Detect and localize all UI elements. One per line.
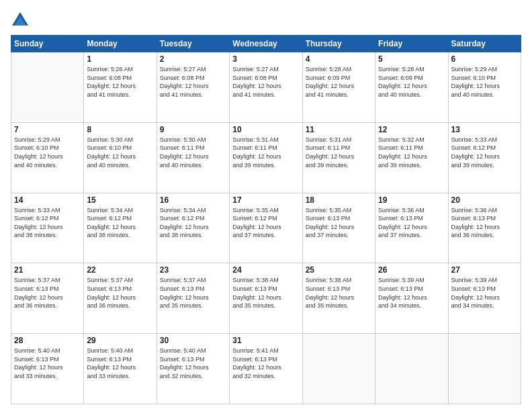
calendar-cell-1-3: 2Sunrise: 5:27 AM Sunset: 6:08 PM Daylig… — [157, 52, 229, 123]
calendar-cell-2-5: 11Sunrise: 5:31 AM Sunset: 6:11 PM Dayli… — [302, 122, 375, 193]
calendar-week-row-3: 14Sunrise: 5:33 AM Sunset: 6:12 PM Dayli… — [11, 193, 521, 263]
calendar-week-row-1: 1Sunrise: 5:26 AM Sunset: 6:08 PM Daylig… — [11, 52, 521, 123]
calendar-cell-2-1: 7Sunrise: 5:29 AM Sunset: 6:10 PM Daylig… — [11, 122, 84, 193]
day-info: Sunrise: 5:37 AM Sunset: 6:13 PM Dayligh… — [160, 276, 226, 310]
day-number: 13 — [451, 125, 518, 134]
day-info: Sunrise: 5:35 AM Sunset: 6:12 PM Dayligh… — [232, 206, 299, 240]
calendar-cell-3-6: 19Sunrise: 5:36 AM Sunset: 6:13 PM Dayli… — [375, 193, 448, 263]
day-number: 26 — [378, 265, 445, 275]
calendar-cell-5-5 — [302, 334, 375, 404]
calendar-cell-4-7: 27Sunrise: 5:39 AM Sunset: 6:13 PM Dayli… — [448, 263, 521, 334]
calendar-cell-4-6: 26Sunrise: 5:39 AM Sunset: 6:13 PM Dayli… — [375, 263, 448, 334]
logo — [11, 11, 32, 30]
day-info: Sunrise: 5:31 AM Sunset: 6:11 PM Dayligh… — [232, 136, 299, 169]
day-number: 6 — [451, 54, 518, 64]
day-number: 12 — [378, 125, 445, 134]
calendar-cell-1-2: 1Sunrise: 5:26 AM Sunset: 6:08 PM Daylig… — [84, 52, 157, 123]
day-info: Sunrise: 5:41 AM Sunset: 6:13 PM Dayligh… — [232, 347, 299, 380]
day-number: 21 — [14, 265, 81, 275]
day-info: Sunrise: 5:40 AM Sunset: 6:13 PM Dayligh… — [160, 347, 226, 380]
calendar-cell-3-7: 20Sunrise: 5:36 AM Sunset: 6:13 PM Dayli… — [448, 193, 521, 263]
calendar-week-row-5: 28Sunrise: 5:40 AM Sunset: 6:13 PM Dayli… — [11, 334, 521, 404]
calendar-cell-1-6: 5Sunrise: 5:28 AM Sunset: 6:09 PM Daylig… — [375, 52, 448, 123]
calendar-cell-5-6 — [375, 334, 448, 404]
calendar-cell-2-2: 8Sunrise: 5:30 AM Sunset: 6:10 PM Daylig… — [84, 122, 157, 193]
calendar-cell-1-1 — [11, 52, 84, 123]
day-info: Sunrise: 5:31 AM Sunset: 6:11 PM Dayligh… — [306, 136, 372, 169]
calendar-cell-5-1: 28Sunrise: 5:40 AM Sunset: 6:13 PM Dayli… — [11, 334, 84, 404]
day-number: 14 — [14, 195, 81, 205]
day-number: 1 — [87, 54, 153, 64]
calendar-header-thursday: Thursday — [302, 36, 375, 52]
page: SundayMondayTuesdayWednesdayThursdayFrid… — [0, 0, 532, 411]
day-info: Sunrise: 5:37 AM Sunset: 6:13 PM Dayligh… — [14, 276, 81, 310]
day-number: 8 — [87, 125, 153, 134]
calendar-cell-3-3: 16Sunrise: 5:34 AM Sunset: 6:12 PM Dayli… — [157, 193, 229, 263]
day-number: 25 — [306, 265, 372, 275]
calendar-cell-2-7: 13Sunrise: 5:33 AM Sunset: 6:12 PM Dayli… — [448, 122, 521, 193]
calendar-cell-5-3: 30Sunrise: 5:40 AM Sunset: 6:13 PM Dayli… — [157, 334, 229, 404]
calendar-header-monday: Monday — [84, 36, 157, 52]
calendar-cell-3-5: 18Sunrise: 5:35 AM Sunset: 6:13 PM Dayli… — [302, 193, 375, 263]
day-info: Sunrise: 5:36 AM Sunset: 6:13 PM Dayligh… — [451, 206, 518, 240]
calendar-table: SundayMondayTuesdayWednesdayThursdayFrid… — [11, 35, 521, 404]
day-number: 16 — [160, 195, 226, 205]
day-number: 22 — [87, 265, 153, 275]
day-number: 28 — [14, 336, 81, 345]
day-info: Sunrise: 5:40 AM Sunset: 6:13 PM Dayligh… — [87, 347, 153, 380]
day-info: Sunrise: 5:28 AM Sunset: 6:09 PM Dayligh… — [306, 65, 372, 99]
calendar-week-row-2: 7Sunrise: 5:29 AM Sunset: 6:10 PM Daylig… — [11, 122, 521, 193]
day-info: Sunrise: 5:37 AM Sunset: 6:13 PM Dayligh… — [87, 276, 153, 310]
calendar-header-wednesday: Wednesday — [230, 36, 302, 52]
day-number: 27 — [451, 265, 518, 275]
calendar-header-row: SundayMondayTuesdayWednesdayThursdayFrid… — [11, 36, 521, 52]
day-info: Sunrise: 5:34 AM Sunset: 6:12 PM Dayligh… — [87, 206, 153, 240]
day-info: Sunrise: 5:40 AM Sunset: 6:13 PM Dayligh… — [14, 347, 81, 380]
day-info: Sunrise: 5:33 AM Sunset: 6:12 PM Dayligh… — [451, 136, 518, 169]
day-info: Sunrise: 5:34 AM Sunset: 6:12 PM Dayligh… — [160, 206, 226, 240]
day-info: Sunrise: 5:33 AM Sunset: 6:12 PM Dayligh… — [14, 206, 81, 240]
day-info: Sunrise: 5:27 AM Sunset: 6:08 PM Dayligh… — [160, 65, 226, 99]
calendar-cell-4-2: 22Sunrise: 5:37 AM Sunset: 6:13 PM Dayli… — [84, 263, 157, 334]
day-info: Sunrise: 5:38 AM Sunset: 6:13 PM Dayligh… — [306, 276, 372, 310]
day-info: Sunrise: 5:27 AM Sunset: 6:08 PM Dayligh… — [232, 65, 299, 99]
day-number: 5 — [378, 54, 445, 64]
day-number: 30 — [160, 336, 226, 345]
calendar-week-row-4: 21Sunrise: 5:37 AM Sunset: 6:13 PM Dayli… — [11, 263, 521, 334]
day-number: 20 — [451, 195, 518, 205]
calendar-cell-1-7: 6Sunrise: 5:29 AM Sunset: 6:10 PM Daylig… — [448, 52, 521, 123]
day-number: 17 — [232, 195, 299, 205]
day-number: 29 — [87, 336, 153, 345]
day-number: 15 — [87, 195, 153, 205]
day-number: 4 — [306, 54, 372, 64]
day-info: Sunrise: 5:36 AM Sunset: 6:13 PM Dayligh… — [378, 206, 445, 240]
calendar-header-tuesday: Tuesday — [157, 36, 229, 52]
calendar-cell-4-5: 25Sunrise: 5:38 AM Sunset: 6:13 PM Dayli… — [302, 263, 375, 334]
calendar-cell-2-6: 12Sunrise: 5:32 AM Sunset: 6:11 PM Dayli… — [375, 122, 448, 193]
calendar-header-saturday: Saturday — [448, 36, 521, 52]
day-info: Sunrise: 5:30 AM Sunset: 6:10 PM Dayligh… — [87, 136, 153, 169]
day-number: 24 — [232, 265, 299, 275]
day-info: Sunrise: 5:35 AM Sunset: 6:13 PM Dayligh… — [306, 206, 372, 240]
calendar-cell-3-4: 17Sunrise: 5:35 AM Sunset: 6:12 PM Dayli… — [230, 193, 302, 263]
calendar-cell-5-4: 31Sunrise: 5:41 AM Sunset: 6:13 PM Dayli… — [230, 334, 302, 404]
day-number: 18 — [306, 195, 372, 205]
logo-icon — [11, 11, 30, 30]
day-info: Sunrise: 5:38 AM Sunset: 6:13 PM Dayligh… — [232, 276, 299, 310]
day-number: 31 — [232, 336, 299, 345]
day-info: Sunrise: 5:28 AM Sunset: 6:09 PM Dayligh… — [378, 65, 445, 99]
day-info: Sunrise: 5:26 AM Sunset: 6:08 PM Dayligh… — [87, 65, 153, 99]
calendar-header-friday: Friday — [375, 36, 448, 52]
day-info: Sunrise: 5:29 AM Sunset: 6:10 PM Dayligh… — [14, 136, 81, 169]
calendar-cell-4-4: 24Sunrise: 5:38 AM Sunset: 6:13 PM Dayli… — [230, 263, 302, 334]
calendar-cell-1-5: 4Sunrise: 5:28 AM Sunset: 6:09 PM Daylig… — [302, 52, 375, 123]
day-number: 3 — [232, 54, 299, 64]
header — [11, 11, 521, 30]
day-info: Sunrise: 5:32 AM Sunset: 6:11 PM Dayligh… — [378, 136, 445, 169]
calendar-cell-5-2: 29Sunrise: 5:40 AM Sunset: 6:13 PM Dayli… — [84, 334, 157, 404]
calendar-cell-5-7 — [448, 334, 521, 404]
calendar-cell-4-3: 23Sunrise: 5:37 AM Sunset: 6:13 PM Dayli… — [157, 263, 229, 334]
day-number: 11 — [306, 125, 372, 134]
day-info: Sunrise: 5:39 AM Sunset: 6:13 PM Dayligh… — [378, 276, 445, 310]
calendar-cell-4-1: 21Sunrise: 5:37 AM Sunset: 6:13 PM Dayli… — [11, 263, 84, 334]
